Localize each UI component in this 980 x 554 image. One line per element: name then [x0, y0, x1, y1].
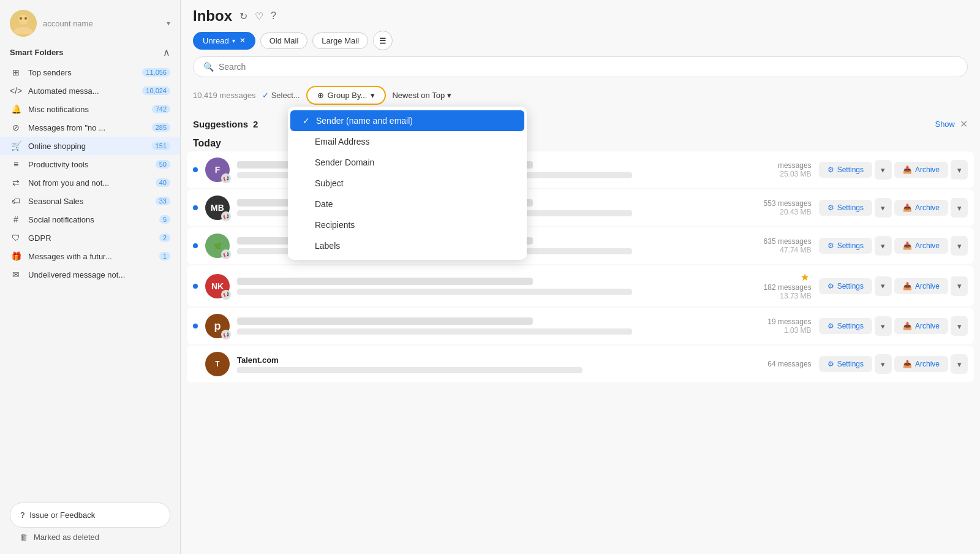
- gift-icon: 🎁: [10, 251, 22, 261]
- archive-icon: 📥: [903, 165, 912, 174]
- archive-button[interactable]: 📥 Archive: [894, 356, 948, 372]
- sidebar-item-gdpr[interactable]: 🛡 GDPR 2: [0, 229, 180, 247]
- sidebar-item-badge: 285: [152, 123, 170, 132]
- group-by-chevron-icon: ▾: [371, 91, 375, 100]
- main-content: Inbox ↻ ♡ ? Unread ▾ ✕ Old Mail Large Ma…: [181, 0, 980, 554]
- settings-expand-button[interactable]: ▾: [875, 160, 892, 180]
- archive-expand-button[interactable]: ▾: [951, 276, 968, 296]
- star-icon[interactable]: ★: [801, 272, 809, 283]
- unread-filter-button[interactable]: Unread ▾ ✕: [193, 32, 255, 50]
- help-icon[interactable]: ?: [271, 10, 276, 21]
- sidebar-item-badge: 5: [159, 215, 170, 224]
- archive-button[interactable]: 📥 Archive: [894, 200, 948, 216]
- sidebar-item-undelivered[interactable]: ✉ Undelivered message not...: [0, 265, 180, 284]
- settings-button[interactable]: ⚙ Settings: [819, 162, 872, 178]
- dropdown-item-recipients[interactable]: Recipients: [288, 214, 527, 235]
- chevron-down-icon[interactable]: ▾: [167, 19, 170, 28]
- archive-expand-button[interactable]: ▾: [951, 160, 968, 180]
- group-by-button[interactable]: ⊕ Group By... ▾: [306, 86, 386, 105]
- settings-expand-button[interactable]: ▾: [875, 198, 892, 218]
- sidebar-bottom: ? Issue or Feedback 🗑 Marked as deleted: [0, 495, 180, 554]
- archive-expand-button[interactable]: ▾: [951, 354, 968, 374]
- refresh-icon[interactable]: ↻: [239, 10, 247, 22]
- sidebar-item-not-from-you[interactable]: ⇄ Not from you and not... 40: [0, 173, 180, 192]
- settings-expand-button[interactable]: ▾: [875, 316, 892, 336]
- archive-button[interactable]: 📥 Archive: [894, 278, 948, 294]
- sidebar-item-label: Automated messa...: [28, 86, 136, 96]
- sidebar-item-top-senders[interactable]: ⊞ Top senders 11,056: [0, 63, 180, 82]
- page-title: Inbox: [193, 7, 232, 25]
- settings-button[interactable]: ⚙ Settings: [819, 356, 872, 372]
- archive-expand-button[interactable]: ▾: [951, 316, 968, 336]
- archive-button[interactable]: 📥 Archive: [894, 238, 948, 254]
- settings-button[interactable]: ⚙ Settings: [819, 200, 872, 216]
- sidebar-item-social-notifications[interactable]: # Social notifications 5: [0, 210, 180, 229]
- dropdown-item-date[interactable]: Date: [288, 194, 527, 214]
- settings-button[interactable]: ⚙ Settings: [819, 238, 872, 254]
- dropdown-item-subject[interactable]: Subject: [288, 173, 527, 194]
- mail-meta: messages 25.03 MB: [738, 161, 812, 178]
- sidebar-item-badge: 40: [156, 178, 170, 187]
- sidebar-item-automated-messages[interactable]: </> Automated messa... 10,024: [0, 82, 180, 100]
- unread-close-icon[interactable]: ✕: [239, 36, 246, 45]
- notify-badge: 📢: [221, 290, 231, 300]
- mail-info[interactable]: Talent.com: [237, 355, 731, 373]
- cart-icon: 🛒: [10, 141, 22, 151]
- mail-actions: ⚙ Settings ▾ 📥 Archive ▾: [819, 236, 968, 256]
- newest-chevron-icon: ▾: [447, 91, 451, 100]
- sidebar-item-marked-deleted[interactable]: 🗑 Marked as deleted: [10, 528, 170, 547]
- mail-info[interactable]: [237, 317, 731, 335]
- sidebar-item-seasonal-sales[interactable]: 🏷 Seasonal Sales 33: [0, 192, 180, 210]
- mail-sender-name: [237, 278, 533, 285]
- hash-icon: #: [10, 214, 22, 224]
- newest-on-top-button[interactable]: Newest on Top ▾: [392, 91, 451, 100]
- talent-avatar: T: [205, 352, 230, 376]
- settings-icon: ⚙: [827, 360, 834, 368]
- sidebar-item-productivity-tools[interactable]: ≡ Productivity tools 50: [0, 155, 180, 173]
- settings-expand-button[interactable]: ▾: [875, 236, 892, 256]
- talent-mail-row: T Talent.com 64 messages ⚙ Settings ▾ 📥 …: [187, 346, 974, 382]
- sidebar-item-label: Not from you and not...: [28, 178, 149, 188]
- archive-expand-button[interactable]: ▾: [951, 236, 968, 256]
- archive-button[interactable]: 📥 Archive: [894, 318, 948, 334]
- suggestions-close-button[interactable]: ✕: [960, 118, 968, 130]
- transfer-icon: ⇄: [10, 178, 22, 188]
- svg-point-1: [18, 15, 28, 25]
- dropdown-item-sender-name-email[interactable]: ✓ Sender (name and email): [290, 110, 524, 131]
- sidebar-item-misc-notifications[interactable]: 🔔 Misc notifications 742: [0, 100, 180, 118]
- talent-message-count: 64 messages: [738, 360, 812, 368]
- dropdown-item-email-address[interactable]: Email Address: [288, 131, 527, 152]
- old-mail-filter-button[interactable]: Old Mail: [260, 32, 308, 49]
- mail-info[interactable]: [237, 278, 731, 295]
- settings-icon: ⚙: [827, 282, 834, 290]
- sidebar-item-online-shopping[interactable]: 🛒 Online shopping 151: [0, 137, 180, 155]
- archive-button[interactable]: 📥 Archive: [894, 162, 948, 178]
- search-input[interactable]: [219, 62, 957, 72]
- settings-expand-button[interactable]: ▾: [875, 354, 892, 374]
- sidebar-item-badge: 50: [156, 160, 170, 169]
- mail-size: 20.43 MB: [738, 208, 812, 216]
- settings-button[interactable]: ⚙ Settings: [819, 318, 872, 334]
- archive-expand-button[interactable]: ▾: [951, 198, 968, 218]
- unread-dot: [193, 284, 198, 289]
- heart-icon[interactable]: ♡: [255, 10, 263, 22]
- filter-options-button[interactable]: ☰: [373, 31, 393, 50]
- settings-button[interactable]: ⚙ Settings: [819, 278, 872, 294]
- sidebar-item-messages-from-no[interactable]: ⊘ Messages from "no ... 285: [0, 118, 180, 137]
- settings-icon: ⚙: [827, 241, 834, 250]
- mail-size: 25.03 MB: [738, 170, 812, 178]
- large-mail-filter-button[interactable]: Large Mail: [312, 32, 368, 49]
- feedback-button[interactable]: ? Issue or Feedback: [10, 503, 170, 528]
- unread-dot: [193, 243, 198, 248]
- collapse-smart-folders-button[interactable]: ∧: [163, 47, 170, 58]
- mail-actions: ⚙ Settings ▾ 📥 Archive ▾: [819, 276, 968, 296]
- suggestions-show-button[interactable]: Show: [935, 120, 955, 129]
- shield-icon: 🛡: [10, 233, 22, 243]
- select-button[interactable]: ✓ Select...: [262, 91, 300, 100]
- sidebar-item-label: Top senders: [28, 68, 136, 77]
- dropdown-item-labels[interactable]: Labels: [288, 235, 527, 256]
- settings-expand-button[interactable]: ▾: [875, 276, 892, 296]
- mail-subject: [237, 289, 632, 295]
- sidebar-item-messages-future[interactable]: 🎁 Messages with a futur... 1: [0, 247, 180, 265]
- dropdown-item-sender-domain[interactable]: Sender Domain: [288, 152, 527, 173]
